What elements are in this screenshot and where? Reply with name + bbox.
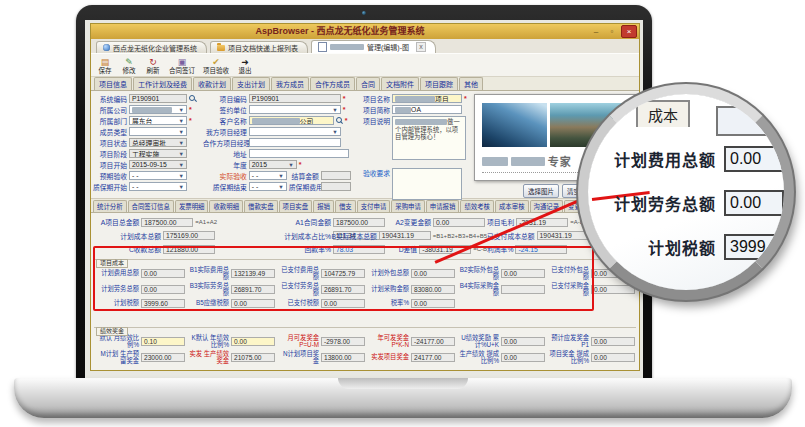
stat-value[interactable]: 187500.00: [141, 218, 193, 227]
main-tab[interactable]: 合同: [356, 77, 380, 90]
search-icon[interactable]: [336, 117, 343, 124]
toolbar-button[interactable]: ▤ 保存: [97, 57, 113, 74]
stat-value[interactable]: 190431.19: [379, 231, 431, 240]
main-tab[interactable]: 我方成员: [271, 77, 309, 90]
bonus-value[interactable]: 0.10: [141, 337, 185, 346]
member-type-select[interactable]: ▼: [129, 127, 187, 136]
bonus-section-tab[interactable]: 绩效奖金: [96, 327, 128, 336]
bonus-value[interactable]: 0.00: [231, 337, 275, 346]
warranty-start-select[interactable]: - -▼: [129, 182, 187, 191]
toolbar-button[interactable]: ↻ 刷新: [145, 57, 161, 74]
bonus-value[interactable]: -24177.00: [411, 337, 455, 346]
stats-tab[interactable]: 收款明细: [209, 200, 243, 212]
bonus-value[interactable]: 24177.00: [411, 353, 455, 362]
customer-field[interactable]: 公司: [249, 116, 334, 125]
stat-value[interactable]: 190431.19: [537, 231, 589, 240]
sys-code-field[interactable]: P190901: [129, 94, 187, 103]
chevron-down-icon: ▼: [278, 184, 283, 190]
stat-value[interactable]: 0.00: [433, 218, 485, 227]
partner-pm-input[interactable]: [249, 138, 341, 147]
main-tab[interactable]: 支出计划: [232, 77, 270, 90]
phase-select[interactable]: 工程实施▼: [129, 149, 187, 158]
stats-tab[interactable]: 申请报销: [426, 200, 460, 212]
stats-tab[interactable]: 借款实盘: [244, 200, 278, 212]
toolbar-button[interactable]: ▣ 合同签订: [169, 57, 195, 74]
stats-tab[interactable]: 成本审核: [495, 200, 529, 212]
main-tab[interactable]: 收款计划: [193, 77, 231, 90]
stat-field: A项目总金额 187500.00 =A1+A2: [95, 217, 217, 227]
stats-tab[interactable]: 采购申请: [391, 200, 425, 212]
bonus-label: N计划项目奖金: [279, 351, 319, 364]
main-tab[interactable]: 文档附件: [381, 77, 419, 90]
stats-tab[interactable]: 统计分析: [93, 200, 127, 212]
main-tab[interactable]: 其他: [459, 77, 483, 90]
minimize-button[interactable]: –: [589, 26, 603, 37]
field-label: 所属公司: [93, 105, 127, 115]
toolbar-button[interactable]: ✔ 项目验收: [203, 57, 229, 74]
bonus-value[interactable]: 0.00: [501, 337, 545, 346]
main-tab[interactable]: 项目跟踪: [420, 77, 458, 90]
bonus-value[interactable]: 0.00: [501, 353, 545, 362]
start-date-select[interactable]: 2015-09-15▼: [129, 160, 187, 169]
proj-abbr-field[interactable]: OA: [392, 105, 462, 114]
company-select[interactable]: ▼: [129, 105, 187, 114]
proj-desc-textarea[interactable]: 做一个内部管理系统，以项目管理为核心！: [392, 116, 466, 160]
stats-tab[interactable]: 报销: [313, 200, 334, 212]
toolbar-label: 项目验收: [203, 67, 229, 74]
bonus-value[interactable]: 0.00: [591, 337, 635, 346]
lens-value: 0.00: [724, 190, 784, 216]
bonus-value[interactable]: 0.00: [591, 353, 635, 362]
maximize-button[interactable]: ▫: [605, 26, 619, 37]
dept-select[interactable]: 展东台▼: [129, 116, 187, 125]
warranty-end-select[interactable]: - -▼: [249, 182, 287, 191]
main-tab[interactable]: 合作方成员: [310, 77, 355, 90]
proj-name-field[interactable]: 项目: [392, 94, 462, 103]
toolbar-button[interactable]: ➜ 退出: [237, 57, 253, 74]
form-column-middle: 项目编码P190901* 签约单位▼* 客户名称公司* 我方项目经理▼ 合作方项…: [203, 94, 353, 198]
stats-tab[interactable]: 支付申请: [357, 200, 391, 212]
toolbar-label: 保存: [99, 67, 112, 74]
stat-value[interactable]: 187500.00: [333, 218, 385, 227]
main-tab[interactable]: 工作计划及经费: [133, 77, 192, 90]
toolbar-icon: ▣: [178, 57, 187, 67]
stats-tab[interactable]: 借支: [335, 200, 356, 212]
search-icon[interactable]: [189, 95, 196, 102]
cost-value[interactable]: 0.00: [591, 285, 635, 294]
tab-close-icon[interactable]: x: [416, 42, 426, 52]
doc-tab-list[interactable]: 项目文档快递上报列表: [210, 41, 308, 53]
field-label: 项目开始: [93, 160, 127, 170]
proj-code-field[interactable]: P190901: [249, 94, 341, 103]
sign-unit-select[interactable]: ▼: [249, 105, 341, 114]
settle-amount-field[interactable]: [321, 171, 351, 180]
photo-button[interactable]: 选择图片: [523, 184, 559, 198]
field-label: 成员类型: [93, 127, 127, 137]
field-label: 所属部门: [93, 116, 127, 126]
main-tab[interactable]: 项目信息: [94, 77, 132, 90]
warranty-start-value: - -: [132, 183, 138, 190]
bonus-value[interactable]: -2978.00: [321, 337, 365, 346]
warranty-fee-field[interactable]: [321, 182, 351, 191]
bonus-value[interactable]: 13800.00: [321, 353, 365, 362]
expect-accept-select[interactable]: - -▼: [129, 171, 187, 180]
chevron-down-icon: ▼: [288, 162, 293, 168]
accept-req-textarea[interactable]: [392, 168, 462, 200]
stats-tab[interactable]: 发票明细: [175, 200, 209, 212]
photo-sea-image: [482, 103, 547, 147]
doc-tab-home[interactable]: 西点龙无纸化企业管理系统: [96, 41, 207, 53]
address-input[interactable]: [249, 149, 349, 158]
stats-tab[interactable]: 合同签订信息: [128, 200, 174, 212]
bonus-value[interactable]: 21075.00: [231, 353, 275, 362]
toolbar-button[interactable]: ✎ 修改: [121, 57, 137, 74]
actual-accept-select[interactable]: - -▼: [249, 171, 287, 180]
status-select[interactable]: 总经理审批▼: [129, 138, 187, 147]
our-pm-select[interactable]: ▼: [249, 127, 341, 136]
stat-value[interactable]: 175169.00: [163, 231, 215, 240]
year-select[interactable]: 2015▼: [249, 160, 297, 169]
stats-tab[interactable]: 项目实盘: [279, 200, 313, 212]
redacted-text: [252, 118, 300, 124]
bonus-field: 预计应发奖金 P1 0.00: [545, 335, 635, 348]
doc-tab-current[interactable]: 管理(编辑)-图 x: [311, 40, 436, 53]
bonus-value[interactable]: 23000.00: [141, 353, 185, 362]
close-button[interactable]: ×: [621, 25, 637, 38]
stats-tab[interactable]: 绩效考核: [460, 200, 494, 212]
